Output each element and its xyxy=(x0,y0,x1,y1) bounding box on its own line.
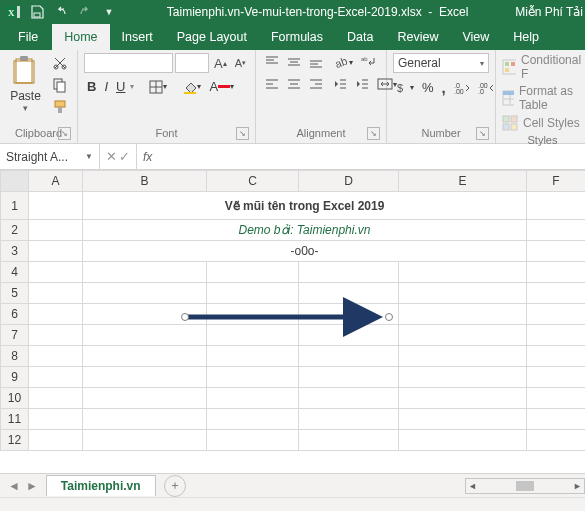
sheet-tab-active[interactable]: Taimienphi.vn xyxy=(46,475,156,496)
number-launcher-icon[interactable]: ↘ xyxy=(476,127,489,140)
cell[interactable] xyxy=(527,304,586,325)
col-header-e[interactable]: E xyxy=(399,171,527,192)
cell[interactable] xyxy=(207,388,299,409)
row-header-12[interactable]: 12 xyxy=(1,430,29,451)
wrap-text-button[interactable]: ab xyxy=(358,53,380,71)
cell[interactable] xyxy=(29,241,83,262)
tab-home[interactable]: Home xyxy=(52,24,109,50)
scrollbar-thumb[interactable] xyxy=(516,481,534,491)
row-header-11[interactable]: 11 xyxy=(1,409,29,430)
enter-formula-button[interactable]: ✓ xyxy=(119,149,130,164)
cell[interactable] xyxy=(207,325,299,346)
cell[interactable] xyxy=(83,409,207,430)
underline-button[interactable]: U xyxy=(113,77,128,96)
col-header-c[interactable]: C xyxy=(207,171,299,192)
cell[interactable] xyxy=(207,409,299,430)
cell-styles-button[interactable]: Cell Styles xyxy=(502,115,583,131)
tab-data[interactable]: Data xyxy=(335,24,385,50)
cell[interactable] xyxy=(399,388,527,409)
cell[interactable] xyxy=(399,325,527,346)
cell[interactable] xyxy=(527,220,586,241)
add-sheet-button[interactable]: ＋ xyxy=(164,475,186,497)
tab-formulas[interactable]: Formulas xyxy=(259,24,335,50)
clipboard-launcher-icon[interactable]: ↘ xyxy=(58,127,71,140)
tab-review[interactable]: Review xyxy=(385,24,450,50)
decrease-indent-button[interactable] xyxy=(330,75,350,93)
row-header-8[interactable]: 8 xyxy=(1,346,29,367)
align-center-button[interactable] xyxy=(284,75,304,93)
cell[interactable] xyxy=(29,367,83,388)
decrease-font-button[interactable]: A▾ xyxy=(232,55,249,71)
qat-dropdown-icon[interactable]: ▼ xyxy=(98,2,120,22)
cell[interactable] xyxy=(527,241,586,262)
decrease-decimal-button[interactable]: .00.0 xyxy=(475,79,497,97)
copy-button[interactable] xyxy=(49,75,71,95)
scroll-right-icon[interactable]: ► xyxy=(573,481,582,491)
cell[interactable] xyxy=(29,283,83,304)
fx-label[interactable]: fx xyxy=(137,144,158,169)
cell[interactable] xyxy=(29,430,83,451)
cell[interactable] xyxy=(527,367,586,388)
cell[interactable] xyxy=(399,367,527,388)
comma-button[interactable]: , xyxy=(439,77,449,98)
cut-button[interactable] xyxy=(49,53,71,73)
increase-decimal-button[interactable]: .0.00 xyxy=(451,79,473,97)
cell[interactable] xyxy=(29,346,83,367)
worksheet-grid[interactable]: A B C D E F 1 Vẽ mũi tên trong Excel 201… xyxy=(0,170,585,451)
cell[interactable] xyxy=(299,388,399,409)
tab-insert[interactable]: Insert xyxy=(110,24,165,50)
shape-handle-right[interactable] xyxy=(385,313,393,321)
col-header-a[interactable]: A xyxy=(29,171,83,192)
cell[interactable] xyxy=(83,346,207,367)
sheet-nav-next-icon[interactable]: ► xyxy=(26,479,38,493)
align-right-button[interactable] xyxy=(306,75,326,93)
cell[interactable] xyxy=(29,409,83,430)
cell[interactable] xyxy=(299,346,399,367)
cell[interactable] xyxy=(299,325,399,346)
cell[interactable] xyxy=(399,430,527,451)
cell[interactable] xyxy=(83,388,207,409)
cell[interactable] xyxy=(207,262,299,283)
row-header-3[interactable]: 3 xyxy=(1,241,29,262)
font-launcher-icon[interactable]: ↘ xyxy=(236,127,249,140)
cell[interactable] xyxy=(527,430,586,451)
align-middle-button[interactable] xyxy=(284,53,304,71)
cell[interactable] xyxy=(29,192,83,220)
increase-indent-button[interactable] xyxy=(352,75,372,93)
row-header-2[interactable]: 2 xyxy=(1,220,29,241)
cell[interactable] xyxy=(83,367,207,388)
row-header-4[interactable]: 4 xyxy=(1,262,29,283)
cell[interactable] xyxy=(207,367,299,388)
italic-button[interactable]: I xyxy=(101,77,111,96)
cell[interactable] xyxy=(527,262,586,283)
cancel-formula-button[interactable]: ✕ xyxy=(106,149,117,164)
paste-button[interactable]: Paste ▾ xyxy=(6,53,45,123)
format-painter-button[interactable] xyxy=(49,97,71,117)
align-left-button[interactable] xyxy=(262,75,282,93)
cell[interactable] xyxy=(299,283,399,304)
number-format-combo[interactable]: General ▾ xyxy=(393,53,489,73)
cell[interactable] xyxy=(399,283,527,304)
font-color-button[interactable]: A▾ xyxy=(206,77,237,96)
cell[interactable] xyxy=(399,409,527,430)
cell[interactable] xyxy=(299,409,399,430)
row-header-1[interactable]: 1 xyxy=(1,192,29,220)
cell[interactable] xyxy=(527,409,586,430)
cell[interactable] xyxy=(299,430,399,451)
row-header-9[interactable]: 9 xyxy=(1,367,29,388)
select-all-button[interactable] xyxy=(1,171,29,192)
col-header-d[interactable]: D xyxy=(299,171,399,192)
conditional-formatting-button[interactable]: Conditional F xyxy=(502,53,583,81)
cell[interactable] xyxy=(399,304,527,325)
cell[interactable] xyxy=(299,367,399,388)
cell-title[interactable]: Vẽ mũi tên trong Excel 2019 xyxy=(83,192,527,220)
cell[interactable] xyxy=(527,346,586,367)
cell[interactable] xyxy=(29,220,83,241)
font-size-combo[interactable] xyxy=(175,53,209,73)
increase-font-button[interactable]: A▴ xyxy=(211,54,230,73)
borders-button[interactable]: ▾ xyxy=(146,78,170,96)
cell[interactable] xyxy=(83,325,207,346)
font-name-combo[interactable] xyxy=(84,53,173,73)
row-header-7[interactable]: 7 xyxy=(1,325,29,346)
tab-view[interactable]: View xyxy=(450,24,501,50)
